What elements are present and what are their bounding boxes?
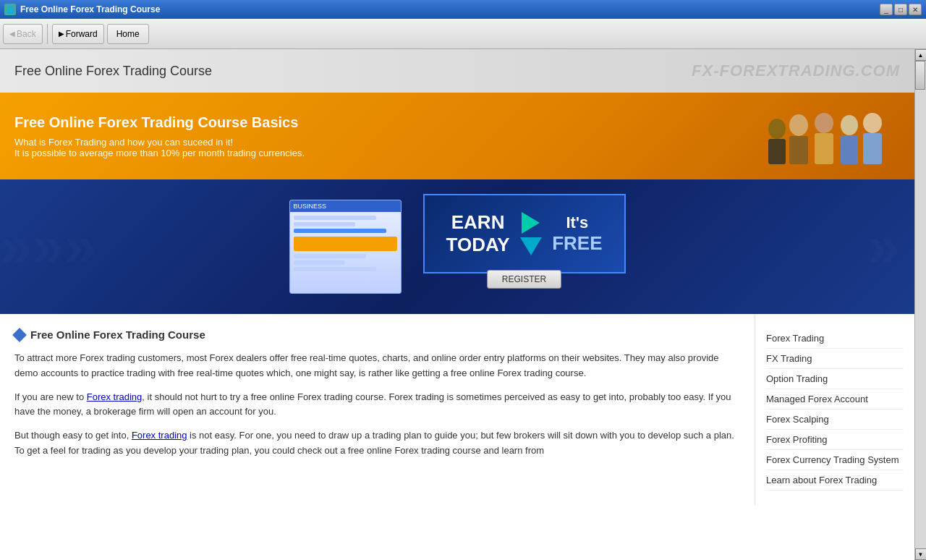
hero-banner: Free Online Forex Trading Course Basics … xyxy=(0,93,914,179)
arrow-down-icon xyxy=(520,237,542,255)
article-section: Free Online Forex Trading Course To attr… xyxy=(0,314,755,505)
book-line-3 xyxy=(294,229,387,233)
website-content: Free Online Forex Trading Course FX-FORE… xyxy=(0,49,914,560)
hero-subtitle-1: What is Forex Trading and how you can su… xyxy=(14,137,305,148)
window-icon: 🌐 xyxy=(4,4,16,15)
article-para-3: But though easy to get into, Forex tradi… xyxy=(14,428,740,459)
forex-link-1[interactable]: Forex trading xyxy=(87,391,143,402)
sidebar-link[interactable]: Learn about Forex Trading xyxy=(766,470,904,491)
hero-title: Free Online Forex Trading Course Basics xyxy=(14,114,305,131)
svg-rect-7 xyxy=(841,135,858,164)
scroll-thumb[interactable] xyxy=(915,61,925,90)
scroll-track[interactable] xyxy=(915,61,926,548)
earn-free-text: It's FREE xyxy=(552,213,602,255)
hero-people xyxy=(755,107,900,165)
today-label: TODAY xyxy=(446,234,510,256)
svg-rect-9 xyxy=(863,133,882,164)
hero-subtitle-2: It is possible to average more than 10% … xyxy=(14,148,305,158)
svg-point-0 xyxy=(768,119,786,139)
back-label: Back xyxy=(17,29,36,39)
sidebar-link[interactable]: Forex Scalping xyxy=(766,410,904,430)
earn-box: EARN TODAY It's FREE xyxy=(423,194,626,273)
back-button[interactable]: ◀ Back xyxy=(3,24,43,44)
diamond-icon xyxy=(12,328,27,342)
forward-button[interactable]: ▶ Forward xyxy=(52,24,104,44)
svg-rect-5 xyxy=(815,133,833,164)
people-image xyxy=(755,107,900,165)
site-domain: FX-FOREXTRADING.COM xyxy=(692,61,900,80)
article-heading: Free Online Forex Trading Course xyxy=(14,328,740,341)
free-label: FREE xyxy=(552,232,602,255)
article-title: Free Online Forex Trading Course xyxy=(30,328,205,341)
article-body: To attract more Forex trading customers,… xyxy=(14,351,740,459)
site-header: Free Online Forex Trading Course FX-FORE… xyxy=(0,49,914,93)
deco-arrow-4: » xyxy=(868,218,901,276)
book-line-6 xyxy=(294,267,376,271)
scroll-down-button[interactable]: ▼ xyxy=(915,548,927,560)
sidebar: Forex TradingFX TradingOption TradingMan… xyxy=(755,314,914,505)
its-label: It's xyxy=(552,213,602,232)
home-button[interactable]: Home xyxy=(107,24,149,44)
book-line-4 xyxy=(294,254,366,258)
sidebar-link[interactable]: Option Trading xyxy=(766,369,904,389)
back-arrow-icon: ◀ xyxy=(9,30,15,38)
sidebar-link[interactable]: FX Trading xyxy=(766,349,904,369)
scrollbar[interactable]: ▲ ▼ xyxy=(914,49,926,560)
earn-label: EARN xyxy=(446,211,510,234)
promo-section: » » » » BUSINESS xyxy=(0,179,914,314)
earn-arrows xyxy=(520,212,542,255)
window-controls: _ □ ✕ xyxy=(880,4,922,15)
svg-point-6 xyxy=(841,115,858,135)
window-title: Free Online Forex Trading Course xyxy=(20,4,880,14)
earn-today-text: EARN TODAY xyxy=(446,211,510,256)
svg-point-4 xyxy=(815,113,833,133)
book-header: BUSINESS xyxy=(290,200,401,212)
deco-arrow-2: » xyxy=(33,218,65,276)
svg-point-8 xyxy=(863,113,882,133)
svg-point-2 xyxy=(789,114,808,136)
svg-rect-1 xyxy=(768,139,786,164)
arrow-right-icon xyxy=(522,212,540,234)
close-button[interactable]: ✕ xyxy=(909,4,922,15)
deco-arrow-1: » xyxy=(0,218,33,276)
site-header-title: Free Online Forex Trading Course xyxy=(14,64,212,79)
main-content: Free Online Forex Trading Course To attr… xyxy=(0,314,914,505)
book-orange-bar xyxy=(294,237,397,251)
sidebar-link[interactable]: Forex Trading xyxy=(766,328,904,349)
book-content xyxy=(290,212,401,293)
sidebar-link[interactable]: Forex Profiting xyxy=(766,430,904,450)
window-titlebar: 🌐 Free Online Forex Trading Course _ □ ✕ xyxy=(0,0,926,19)
svg-rect-3 xyxy=(789,136,808,164)
scroll-up-button[interactable]: ▲ xyxy=(915,49,927,61)
article-para-1: To attract more Forex trading customers,… xyxy=(14,351,740,381)
hero-text: Free Online Forex Trading Course Basics … xyxy=(14,114,305,158)
minimize-button[interactable]: _ xyxy=(880,4,893,15)
maximize-button[interactable]: □ xyxy=(894,4,907,15)
forward-arrow-icon: ▶ xyxy=(59,30,64,38)
browser-toolbar: ◀ Back ▶ Forward Home xyxy=(0,19,926,49)
book-line-1 xyxy=(294,216,376,220)
nav-divider-1 xyxy=(47,24,48,44)
book-line-2 xyxy=(294,222,356,226)
sidebar-link[interactable]: Forex Currency Trading System xyxy=(766,450,904,470)
promo-earn-wrapper: EARN TODAY It's FREE xyxy=(423,194,626,300)
sidebar-link[interactable]: Managed Forex Account xyxy=(766,389,904,410)
book-line-5 xyxy=(294,260,346,265)
forward-label: Forward xyxy=(66,29,98,39)
forex-link-2[interactable]: Forex trading xyxy=(132,430,187,441)
register-button[interactable]: REGISTER xyxy=(487,270,561,289)
deco-arrow-3: » xyxy=(64,218,97,276)
article-para-2: If you are new to Forex trading, it shou… xyxy=(14,390,740,420)
browser-content: Free Online Forex Trading Course FX-FORE… xyxy=(0,49,926,560)
promo-book: BUSINESS xyxy=(289,200,402,294)
